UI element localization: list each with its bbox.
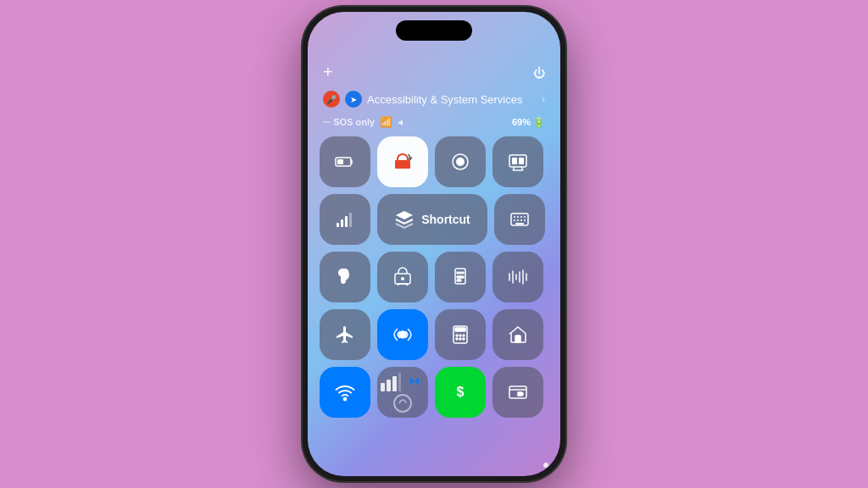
control-grid: Shortcut	[320, 136, 548, 468]
keyboard-control[interactable]	[494, 194, 545, 245]
calculator-control[interactable]	[435, 309, 486, 360]
power-button[interactable]: ⏻	[533, 66, 545, 80]
svg-rect-34	[455, 328, 465, 331]
svg-point-25	[406, 285, 407, 286]
svg-point-27	[457, 272, 459, 274]
svg-point-4	[456, 158, 465, 166]
svg-rect-7	[519, 158, 524, 164]
svg-rect-46	[398, 373, 401, 391]
svg-rect-11	[349, 213, 352, 227]
svg-point-32	[399, 331, 406, 338]
signal-control[interactable]	[320, 194, 370, 245]
screen-mirror-control[interactable]	[492, 136, 543, 187]
nav-row[interactable]: 🎤 ➤ Accessibility & System Services ›	[320, 89, 548, 109]
svg-point-38	[456, 338, 458, 340]
nav-direction-icon: ➤	[345, 91, 362, 108]
wifi-control[interactable]	[320, 367, 370, 418]
phone-screen: + ⏻ 🎤 ➤ Accessibility & System Services …	[308, 12, 560, 476]
nav-title: Accessibility & System Services	[367, 93, 537, 106]
assistive-touch-control[interactable]	[435, 252, 486, 302]
header-row: + ⏻	[320, 61, 548, 84]
svg-point-23	[401, 277, 404, 280]
sos-text: ··· SOS only	[323, 117, 375, 127]
screen-record-control[interactable]	[435, 136, 486, 187]
svg-rect-45	[392, 376, 397, 391]
svg-point-2	[401, 163, 405, 167]
lock-rotation-control[interactable]	[377, 136, 428, 187]
airplane-control[interactable]	[320, 309, 370, 360]
svg-text:$: $	[457, 385, 465, 399]
sos-row: ··· SOS only 📶 ◂ 69% 🔋	[320, 114, 548, 130]
svg-point-40	[463, 338, 465, 340]
wallet-control[interactable]	[492, 367, 543, 418]
bottom-dot	[543, 463, 548, 468]
svg-rect-44	[387, 380, 391, 391]
control-row-1	[320, 136, 548, 187]
homekit-control[interactable]	[492, 309, 543, 360]
nav-chevron-icon: ›	[542, 93, 545, 105]
dynamic-island	[396, 20, 472, 41]
svg-point-42	[344, 398, 347, 401]
svg-point-37	[463, 335, 465, 336]
battery-percent: 69%	[512, 117, 531, 127]
svg-point-36	[459, 335, 461, 336]
svg-point-47	[394, 395, 411, 412]
cashapp-control[interactable]: $	[435, 367, 486, 418]
control-row-5: $	[320, 367, 548, 418]
sound-recognition-control[interactable]	[492, 252, 543, 302]
battery-icon: 🔋	[533, 117, 545, 128]
control-row-4	[320, 309, 548, 360]
svg-rect-43	[381, 383, 385, 391]
hearing-control[interactable]	[320, 252, 370, 302]
svg-rect-1	[337, 159, 343, 164]
svg-point-24	[399, 285, 400, 286]
shortcut-label: Shortcut	[421, 213, 470, 226]
wifi-status-icon: 📶	[380, 116, 392, 128]
svg-rect-31	[457, 280, 461, 281]
svg-rect-41	[515, 336, 520, 342]
svg-rect-9	[341, 219, 343, 227]
battery-control[interactable]	[320, 136, 370, 187]
location-icon: ◂	[398, 116, 403, 128]
svg-point-29	[462, 272, 464, 274]
svg-point-39	[459, 338, 461, 340]
cellular-bt-control[interactable]	[377, 367, 428, 418]
control-row-3	[320, 252, 548, 302]
shortcut-control[interactable]: Shortcut	[377, 194, 487, 245]
svg-point-35	[456, 335, 458, 336]
content-area: + ⏻ 🎤 ➤ Accessibility & System Services …	[308, 54, 560, 476]
svg-rect-10	[345, 216, 348, 227]
svg-rect-6	[512, 158, 517, 164]
svg-rect-8	[337, 223, 339, 227]
battery-info: 69% 🔋	[512, 117, 545, 128]
control-row-2: Shortcut	[320, 194, 548, 245]
add-button[interactable]: +	[323, 63, 333, 82]
svg-rect-30	[457, 276, 464, 278]
airdrop-control[interactable]	[377, 309, 428, 360]
guided-access-control[interactable]	[377, 252, 428, 302]
phone-container: + ⏻ 🎤 ➤ Accessibility & System Services …	[303, 7, 565, 481]
mic-icon: 🎤	[323, 91, 340, 108]
svg-point-28	[459, 272, 461, 274]
